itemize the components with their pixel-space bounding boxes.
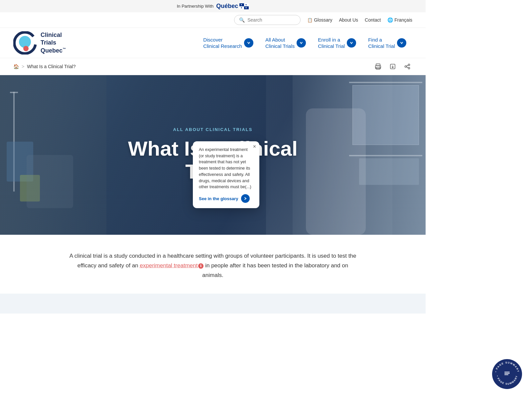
svg-line-21 bbox=[406, 67, 408, 68]
logo-text: Clinical Trials Quebec™ bbox=[41, 31, 66, 55]
nav-chevron-find bbox=[397, 38, 406, 48]
nav-chevron-discover bbox=[244, 38, 253, 48]
breadcrumb: 🏠 > What Is a Clinical Trial? bbox=[13, 64, 75, 69]
search-icon: 🔍 bbox=[239, 17, 245, 23]
nav-chevron-all-about bbox=[297, 38, 306, 48]
tooltip-arrow-button[interactable] bbox=[241, 194, 250, 203]
hero-category: ALL ABOUT CLINICAL TRIALS bbox=[173, 127, 253, 132]
tooltip-close-button[interactable]: × bbox=[253, 144, 256, 149]
breadcrumb-bar: 🏠 > What Is a Clinical Trial? bbox=[0, 58, 426, 75]
search-box[interactable]: 🔍 bbox=[234, 15, 301, 25]
top-nav: 🔍 📋 Glossary About Us Contact 🌐 Français bbox=[0, 12, 426, 28]
svg-text:✦: ✦ bbox=[240, 7, 242, 9]
tooltip-text: An experimental treatment (or study trea… bbox=[199, 147, 253, 190]
svg-point-17 bbox=[408, 64, 410, 66]
svg-line-20 bbox=[406, 65, 408, 66]
breadcrumb-actions bbox=[373, 62, 412, 71]
info-dot[interactable]: ℹ bbox=[198, 263, 203, 269]
partnership-label: In Partnership With bbox=[177, 4, 214, 9]
svg-point-19 bbox=[408, 67, 410, 69]
search-input[interactable] bbox=[247, 17, 296, 23]
nav-item-all-about[interactable]: All About Clinical Trials bbox=[259, 33, 312, 53]
print-icon[interactable] bbox=[373, 62, 383, 71]
glossary-icon: 📋 bbox=[307, 18, 313, 23]
breadcrumb-current: What Is a Clinical Trial? bbox=[27, 64, 75, 69]
main-nav: Discover Clinical Research All About Cli… bbox=[79, 33, 412, 53]
main-header: Clinical Trials Quebec™ Discover Clinica… bbox=[0, 28, 426, 58]
nav-item-find[interactable]: Find a Clinical Trial bbox=[362, 33, 412, 53]
language-link[interactable]: 🌐 Français bbox=[387, 17, 412, 23]
svg-point-14 bbox=[379, 66, 380, 67]
svg-text:✦: ✦ bbox=[245, 4, 247, 6]
partnership-bar: In Partnership With Québec ✦ ✦ ✦ ✦ bbox=[0, 0, 426, 12]
experimental-treatment-term[interactable]: experimental treatment bbox=[140, 262, 198, 269]
svg-point-10 bbox=[23, 46, 29, 51]
breadcrumb-separator: > bbox=[22, 64, 24, 69]
globe-icon: 🌐 bbox=[387, 17, 393, 23]
glossary-link[interactable]: 📋 Glossary bbox=[307, 17, 332, 23]
quebec-flag: ✦ ✦ ✦ ✦ bbox=[239, 3, 249, 9]
svg-point-18 bbox=[405, 66, 407, 67]
svg-text:✦: ✦ bbox=[245, 7, 247, 9]
download-icon[interactable] bbox=[388, 62, 398, 71]
bottom-section bbox=[0, 294, 426, 314]
hero-section: ALL ABOUT CLINICAL TRIALS What Is a Clin… bbox=[0, 75, 426, 235]
svg-rect-13 bbox=[376, 67, 380, 69]
breadcrumb-home[interactable]: 🏠 bbox=[13, 64, 19, 69]
nav-item-enroll[interactable]: Enroll in a Clinical Trial bbox=[312, 33, 362, 53]
share-icon[interactable] bbox=[402, 62, 412, 71]
nav-chevron-enroll bbox=[347, 38, 356, 48]
page-body: A clinical trial is a study conducted in… bbox=[0, 235, 426, 294]
logo-area[interactable]: Clinical Trials Quebec™ bbox=[13, 31, 66, 55]
about-us-link[interactable]: About Us bbox=[339, 17, 358, 23]
tooltip-popup: × An experimental treatment (or study tr… bbox=[193, 141, 259, 208]
svg-text:✦: ✦ bbox=[240, 4, 242, 6]
contact-link[interactable]: Contact bbox=[365, 17, 381, 23]
quebec-logo: Québec ✦ ✦ ✦ ✦ bbox=[216, 3, 249, 10]
nav-item-discover[interactable]: Discover Clinical Research bbox=[197, 33, 259, 53]
tooltip-glossary-link[interactable]: See in the glossary bbox=[199, 194, 253, 203]
logo-icon bbox=[13, 31, 37, 55]
body-text: A clinical trial is a study conducted in… bbox=[66, 251, 359, 280]
